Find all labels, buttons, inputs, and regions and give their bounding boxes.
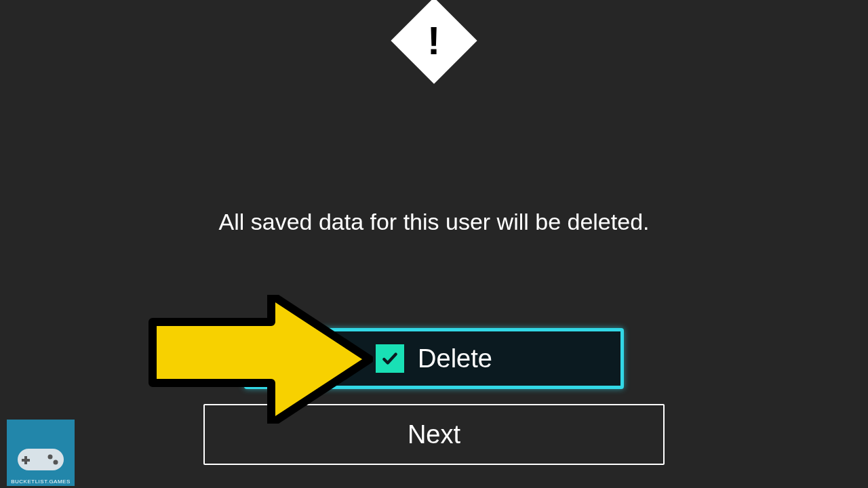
- delete-label: Delete: [418, 344, 492, 373]
- next-label: Next: [408, 420, 460, 449]
- watermark-label: BUCKETLIST.GAMES: [11, 479, 71, 485]
- watermark-badge: BUCKETLIST.GAMES: [7, 420, 75, 486]
- delete-checkbox[interactable]: [376, 344, 404, 373]
- gamepad-icon: [16, 445, 65, 474]
- svg-point-5: [54, 460, 58, 465]
- svg-marker-0: [153, 295, 370, 424]
- arrow-annotation: [142, 295, 373, 426]
- svg-rect-3: [22, 459, 30, 462]
- checkmark-icon: [381, 350, 399, 367]
- svg-point-4: [48, 455, 53, 460]
- warning-message: All saved data for this user will be del…: [0, 209, 868, 235]
- warning-icon: !: [403, 10, 465, 71]
